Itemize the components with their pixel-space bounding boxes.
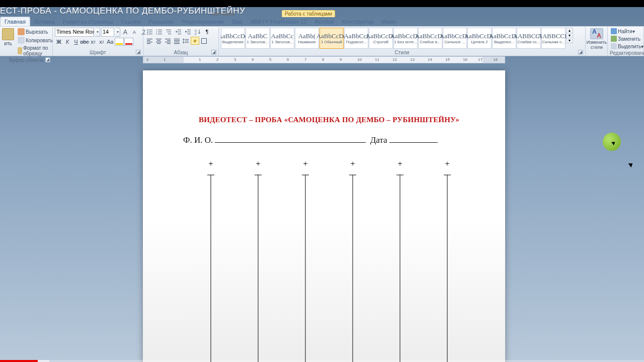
svg-rect-7 (158, 30, 162, 30)
style-label: Подзагол... (345, 40, 368, 44)
numbering-button[interactable]: 123 (155, 28, 164, 36)
borders-button[interactable] (200, 37, 208, 45)
svg-rect-38 (174, 43, 180, 44)
tab-макет[interactable]: Макет (377, 17, 401, 26)
tab-ссылки[interactable]: Ссылки (117, 17, 145, 26)
format-painter-button[interactable]: Формат по образцу (16, 45, 54, 57)
style-1безинте[interactable]: AaBbCcDd1 Без инте... (393, 28, 418, 49)
shrink-font-button[interactable]: A (130, 28, 138, 36)
bullets-button[interactable] (145, 28, 154, 36)
select-label: Выделить (618, 44, 641, 49)
style-label: Выделен... (493, 40, 516, 44)
svg-rect-28 (157, 40, 160, 41)
style-название[interactable]: AaBb(Название (295, 28, 319, 49)
style-подзагол[interactable]: AaBbCcIПодзагол... (344, 28, 368, 49)
paste-button[interactable]: ить (2, 28, 14, 46)
style-сильнаяс[interactable]: AABBCCDСильная с... (541, 28, 566, 49)
bold-button[interactable]: Ж (55, 38, 63, 46)
tab-вставка[interactable]: Вставка (30, 17, 59, 26)
tab-рассылки[interactable]: Рассылки (144, 17, 177, 26)
tab-acrobat[interactable]: Acrobat (311, 17, 338, 26)
font-size-dd[interactable]: ▾ (115, 28, 120, 37)
superscript-button[interactable]: x2 (98, 38, 106, 46)
style-label: 1 Заголов... (246, 40, 269, 44)
video-played (0, 360, 38, 362)
tab-abbyy-finereader-12[interactable]: ABBYY FineReader 12 (247, 17, 311, 26)
grow-font-button[interactable]: A (121, 28, 129, 36)
scale-1: + (207, 159, 215, 362)
style-label: Строгий (369, 40, 392, 44)
table-tools-tab[interactable]: Работа с таблицами (282, 10, 335, 17)
scale-5: + (396, 159, 404, 362)
style-сильное[interactable]: AaBbCcDdСильное ... (443, 28, 467, 49)
font-dialog-launcher[interactable]: ◢ (136, 50, 141, 55)
tab-разметка-страницы[interactable]: Разметка страницы (59, 17, 117, 26)
copy-button[interactable]: Копировать (16, 36, 54, 44)
fio-blank (215, 136, 366, 143)
svg-rect-33 (165, 42, 171, 42)
style-label: 1 Обычный (320, 40, 343, 44)
decrease-indent-button[interactable] (174, 28, 183, 36)
document-page[interactable]: ВИДЕОТЕСТ – ПРОБА «САМОЦЕНКА ПО ДЕМБО – … (143, 70, 505, 362)
highlight-color-button[interactable] (115, 38, 124, 46)
ruler-tick: 7 (304, 57, 306, 62)
style-label: Выделение (221, 40, 245, 44)
align-left-button[interactable] (145, 37, 154, 45)
font-name-select[interactable]: Times New Roman (55, 28, 94, 37)
ruler-tick: 4 (252, 57, 254, 62)
cut-button[interactable]: Вырезать (16, 28, 54, 36)
font-name-dd[interactable]: ▾ (95, 28, 100, 37)
shading-button[interactable] (191, 37, 199, 45)
style-цитата2[interactable]: AaBbCcDdЦитата 2 (467, 28, 492, 49)
tab-конструктор[interactable]: Конструктор (338, 17, 378, 26)
style-preview: AaBbCcDd (221, 33, 248, 40)
multilevel-button[interactable] (165, 28, 173, 36)
underline-button[interactable]: Ч (72, 38, 80, 46)
ruler-tick: 5 (269, 57, 271, 62)
style-строгий[interactable]: AaBbCcDdСтрогий (369, 28, 393, 49)
subscript-button[interactable]: x2 (89, 38, 97, 46)
style-1заголов[interactable]: AaBbCc1 Заголов... (270, 28, 294, 49)
show-marks-button[interactable]: ¶ (203, 28, 211, 36)
replace-button[interactable]: Заменить (610, 35, 644, 42)
paragraph-dialog-launcher[interactable]: ◢ (211, 50, 216, 55)
change-case-button[interactable]: Aa (106, 38, 114, 46)
find-button[interactable]: Найти ▾ (610, 28, 644, 35)
ruler-tick: 14 (428, 57, 432, 62)
style-1обычный[interactable]: AaBbCcDd1 Обычный (319, 28, 344, 49)
style-выделение[interactable]: AaBbCcDdВыделение (221, 28, 245, 49)
change-styles-button[interactable]: Изменить стили (588, 28, 606, 50)
find-icon (611, 28, 617, 34)
horizontal-ruler[interactable]: 21123456789101112131415161718 (143, 56, 505, 63)
increase-indent-button[interactable] (184, 28, 192, 36)
styles-dialog-launcher[interactable]: ◢ (578, 50, 583, 55)
scale-6: + (443, 159, 451, 362)
sort-button[interactable]: AZ (193, 28, 202, 36)
svg-rect-19 (187, 32, 191, 32)
svg-point-4 (147, 34, 148, 35)
window-title: ЕСТ-ПРОБА - САМООЦЕНКА ПО ДЕМБО-РУБИНШТЕ… (0, 6, 245, 16)
replace-icon (611, 36, 617, 42)
strikethrough-button[interactable]: abc (80, 38, 89, 46)
scale-line (396, 174, 404, 362)
italic-button[interactable]: К (63, 38, 71, 46)
font-size-select[interactable]: 14 (101, 28, 114, 37)
align-center-button[interactable] (154, 37, 163, 45)
ruler-tick: 15 (445, 57, 450, 62)
font-color-button[interactable] (124, 38, 133, 46)
group-change-styles: Изменить стили (586, 27, 608, 56)
align-right-button[interactable] (164, 37, 172, 45)
style-label: Сильная с... (542, 40, 565, 44)
line-spacing-button[interactable] (182, 37, 190, 45)
svg-text:3: 3 (156, 33, 157, 35)
tab-рецензирование[interactable]: Рецензирование (178, 17, 228, 26)
ruler-tick: 9 (340, 57, 342, 62)
justify-button[interactable] (173, 37, 181, 45)
styles-more-button[interactable]: ▴▾▾ (566, 28, 573, 43)
tab-главная[interactable]: Главная (0, 17, 30, 26)
select-button[interactable]: Выделить ▾ (610, 43, 644, 50)
style-слабоев[interactable]: AaBbCcDdСлабое в... (418, 28, 442, 49)
tab-вид[interactable]: Вид (228, 17, 247, 26)
style-1заголов[interactable]: AaBbC1 Заголов... (246, 28, 270, 49)
scale-plus-icon: + (303, 159, 307, 168)
